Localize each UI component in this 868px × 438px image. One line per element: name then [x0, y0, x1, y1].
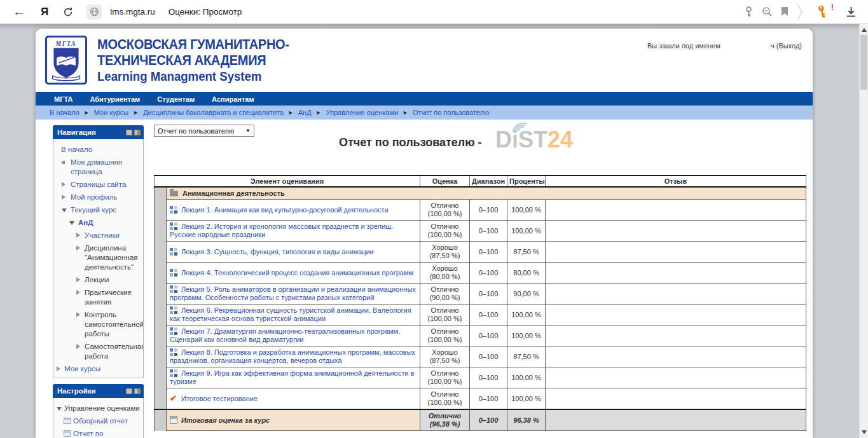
lesson-icon [170, 327, 177, 335]
reload-button[interactable] [62, 6, 74, 18]
sidebar-item[interactable]: Моя домашняя страница [55, 158, 141, 177]
col-header-feedback: Отзыв [546, 175, 806, 187]
lesson-icon [170, 306, 177, 314]
expand-toggle-icon[interactable] [62, 195, 65, 200]
range-cell: 0–100 [470, 221, 507, 242]
collapse-block-icon[interactable] [126, 388, 132, 394]
grade-cell: Отлично(100,00 %) [420, 367, 470, 388]
expand-toggle-icon[interactable] [76, 312, 80, 317]
breadcrumb-link[interactable]: АнД [298, 109, 312, 116]
grade-item-link[interactable]: Лекция 8. Подготовка и разработка анимац… [170, 348, 415, 364]
browser-toolbar: ← Я lms.mgta.ru Оценки: Просмотр ! [0, 0, 868, 24]
scroll-up-arrow-icon[interactable] [862, 28, 867, 32]
main-nav-item[interactable]: МГТА [54, 95, 72, 103]
breadcrumb-link[interactable]: Управление оценками [326, 109, 399, 116]
course-total-label: Итоговая оценка за курс [181, 416, 270, 424]
grade-item-row: Лекция 8. Подготовка и разработка анимац… [155, 346, 806, 367]
feedback-cell [546, 284, 806, 305]
lesson-icon [170, 369, 177, 377]
grade-item-link[interactable]: Лекция 2. История и хронология массовых … [170, 222, 393, 238]
expand-toggle-icon[interactable] [76, 344, 80, 349]
grade-item-link[interactable]: Лекция 9. Игра как эффективная форма ани… [170, 369, 414, 385]
expand-toggle-icon[interactable] [62, 182, 65, 187]
back-button[interactable]: ← [13, 4, 25, 19]
academy-title-line2: ТЕХНИЧЕСКАЯ АКАДЕМИЯ [97, 53, 289, 69]
sidebar-item[interactable]: АнД [55, 218, 141, 228]
dropdown-arrow-icon [245, 128, 251, 133]
category-indent [155, 263, 167, 284]
main-nav-item[interactable]: Студентам [157, 95, 195, 103]
bookmark-icon[interactable] [781, 7, 789, 17]
addressbar-edge-divider [797, 3, 803, 21]
category-indent [155, 367, 167, 388]
expand-toggle-icon[interactable] [57, 366, 60, 371]
undock-block-icon[interactable] [134, 130, 141, 135]
grade-cell: Отлично(100,00 %) [420, 200, 470, 221]
col-header-grade: Оценка [420, 175, 470, 187]
expand-toggle-icon[interactable] [76, 233, 80, 238]
academy-logo[interactable]: МГТА [45, 36, 87, 85]
main-nav-item[interactable]: Аспирантам [212, 95, 254, 103]
sidebar-item-label: Участники [85, 231, 120, 239]
collapse-toggle-icon[interactable] [69, 221, 74, 225]
sidebar-item-label: Текущий курс [71, 206, 116, 214]
window-scrollbar[interactable] [859, 24, 868, 438]
percent-cell: 90,00 % [507, 284, 546, 305]
grade-cell: Отлично(100,00 %) [420, 325, 470, 346]
grade-item-link[interactable]: Лекция 4. Технологический процесс создан… [181, 269, 413, 277]
breadcrumb-link[interactable]: Мои курсы [94, 109, 128, 116]
range-cell: 0–100 [470, 367, 507, 388]
password-alert-icon[interactable]: ! [816, 6, 829, 18]
sidebar-item[interactable]: Текущий курс [55, 205, 141, 215]
main-nav-item[interactable]: Абитуриентам [90, 95, 140, 103]
sidebar-item[interactable]: Отчет по пользователю [55, 429, 141, 438]
scrollbar-thumb[interactable] [860, 35, 867, 90]
grade-item-row: Лекция 7. Драматургия анимационно-театра… [155, 325, 806, 346]
undock-block-icon[interactable] [134, 388, 141, 394]
breadcrumb-link[interactable]: Отчет по пользователю [413, 109, 489, 116]
protect-key-icon[interactable] [744, 6, 754, 17]
settings-block-title: Настройки [57, 387, 96, 395]
grade-cell: Хорошо(80,00 %) [420, 263, 470, 284]
grade-item-link[interactable]: Лекция 5. Роль аниматоров в организации … [170, 285, 416, 301]
breadcrumb-link[interactable]: Дисциплины бакалавриата и специалитета [143, 109, 284, 116]
navigation-block-title: Навигация [57, 128, 96, 136]
grade-item-row: Лекция 5. Роль аниматоров в организации … [155, 284, 806, 305]
address-url[interactable]: lms.mgta.ru [110, 7, 155, 17]
feedback-cell [546, 346, 806, 367]
sidebar-item[interactable]: Мой профиль [55, 193, 141, 202]
expand-toggle-icon[interactable] [76, 277, 80, 282]
percent-cell: 100,00 % [507, 305, 546, 325]
sidebar-item[interactable]: Мои курсы [55, 364, 141, 374]
scroll-down-arrow-icon[interactable] [862, 430, 867, 434]
collapse-toggle-icon[interactable] [57, 407, 62, 411]
grade-report-icon [64, 418, 71, 424]
grade-item-link[interactable]: Лекция 3. Сущность, функция, типология и… [181, 248, 374, 256]
grade-cell: Отлично(90,00 %) [420, 284, 470, 305]
feedback-cell [546, 325, 806, 346]
grade-item-link[interactable]: Лекция 7. Драматургия анимационно-театра… [170, 327, 400, 343]
report-type-select[interactable]: Отчет по пользователю [154, 125, 254, 137]
login-status-text: Вы зашли под именем [647, 42, 720, 50]
sidebar-item[interactable]: Обзорный отчет [55, 416, 141, 426]
collapse-toggle-icon[interactable] [62, 209, 67, 212]
yandex-browser-icon[interactable]: Я [41, 6, 48, 18]
sidebar-item[interactable]: Участники [55, 231, 141, 240]
wifi-arcs-icon [512, 121, 530, 133]
grade-item-link[interactable]: Лекция 1. Анимация как вид культурно-дос… [181, 206, 389, 214]
find-on-page-icon[interactable] [762, 6, 773, 17]
breadcrumb-link[interactable]: В начало [50, 109, 79, 116]
grade-item-link[interactable]: Итоговое тестирование [181, 395, 258, 402]
grade-item-link[interactable]: Лекция 6. Рекреационная сущность туристс… [170, 306, 411, 322]
expand-toggle-icon[interactable] [76, 290, 80, 295]
feedback-cell [546, 305, 806, 325]
expand-toggle-icon[interactable] [76, 245, 80, 250]
sidebar-item[interactable]: В начало [55, 145, 141, 154]
logout-link[interactable]: ч (Выход) [771, 42, 802, 50]
sidebar-item-label: Моя домашняя страница [71, 158, 122, 175]
site-globe-icon[interactable] [86, 4, 102, 20]
total-range-cell: 0–100 [470, 409, 507, 431]
sidebar-item[interactable]: Страницы сайта [55, 180, 141, 189]
download-icon[interactable] [846, 6, 857, 18]
collapse-block-icon[interactable] [126, 130, 132, 135]
